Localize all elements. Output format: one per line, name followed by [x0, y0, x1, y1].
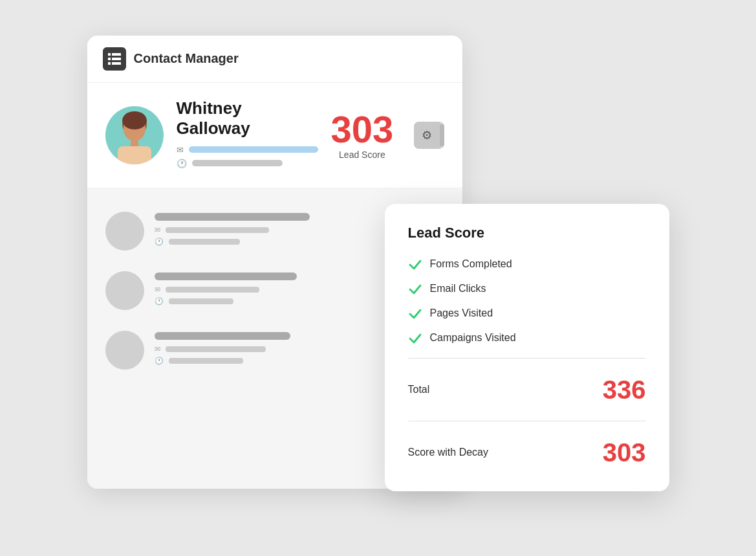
contact-name: Whitney Galloway: [177, 98, 318, 139]
dropdown-arrow-icon: ▼: [440, 124, 444, 146]
email-detail: ✉: [177, 145, 318, 155]
clock-icon: 🕐: [155, 238, 164, 246]
svg-point-8: [122, 111, 147, 129]
email-icon: ✉: [155, 226, 160, 234]
divider: [408, 421, 646, 421]
app-title: Contact Manager: [134, 51, 239, 66]
clock-icon: 🕐: [177, 159, 187, 168]
name-bar: [155, 332, 290, 340]
settings-button[interactable]: ⚙ ▼: [414, 122, 444, 149]
contact-info: Whitney Galloway ✉ 🕐: [177, 98, 318, 172]
check-icon: [408, 306, 422, 320]
lead-score-display: 303 Lead Score: [331, 111, 394, 160]
email-bar: [166, 346, 266, 352]
lead-score-label-text: Lead Score: [331, 150, 394, 160]
email-bar: [166, 227, 269, 233]
svg-rect-5: [112, 62, 121, 65]
email-bar: [166, 287, 259, 293]
svg-rect-2: [108, 58, 111, 60]
score-item-pages: Pages Visited: [408, 306, 646, 320]
app-header: Contact Manager: [87, 36, 462, 83]
svg-rect-1: [112, 53, 121, 56]
decay-label: Score with Decay: [408, 447, 489, 458]
svg-rect-4: [108, 62, 111, 65]
check-icon: [408, 331, 422, 345]
gear-icon: ⚙: [414, 122, 440, 149]
avatar: [105, 212, 144, 250]
divider: [408, 358, 646, 359]
email-icon: ✉: [177, 145, 184, 155]
lead-score-number: 303: [331, 111, 394, 148]
svg-rect-0: [108, 53, 111, 56]
email-bar: [189, 146, 318, 153]
score-item-label: Forms Completed: [430, 258, 512, 270]
contact-header: Whitney Galloway ✉ 🕐 303 Lead Score ⚙ ▼: [87, 83, 462, 188]
svg-rect-11: [118, 146, 151, 164]
svg-rect-3: [112, 58, 121, 60]
total-value: 336: [603, 377, 646, 403]
avatar: [105, 106, 164, 164]
time-bar: [169, 358, 243, 364]
total-label: Total: [408, 384, 430, 395]
panel-title: Lead Score: [408, 225, 646, 241]
avatar: [105, 331, 144, 370]
score-item-label: Pages Visited: [430, 307, 493, 319]
email-icon: ✉: [155, 345, 160, 353]
decay-score-row: Score with Decay 303: [408, 434, 646, 471]
score-item-label: Campaigns Visited: [430, 332, 516, 344]
lead-score-panel: Lead Score Forms Completed Email Clicks: [385, 204, 669, 491]
clock-icon: 🕐: [155, 357, 164, 365]
time-bar: [169, 298, 233, 304]
score-item-forms: Forms Completed: [408, 257, 646, 271]
score-item-label: Email Clicks: [430, 283, 486, 295]
score-item-campaigns: Campaigns Visited: [408, 331, 646, 345]
email-icon: ✉: [155, 285, 160, 294]
avatar: [105, 271, 144, 310]
clock-icon: 🕐: [155, 297, 164, 306]
phone-detail: 🕐: [177, 159, 318, 168]
check-icon: [408, 282, 422, 296]
name-bar: [155, 272, 297, 280]
phone-bar: [192, 160, 283, 166]
check-icon: [408, 257, 422, 271]
time-bar: [169, 239, 240, 245]
app-logo: [103, 47, 126, 71]
total-score-row: Total 336: [408, 372, 646, 408]
score-item-email: Email Clicks: [408, 282, 646, 296]
decay-value: 303: [603, 439, 646, 465]
name-bar: [155, 213, 310, 221]
